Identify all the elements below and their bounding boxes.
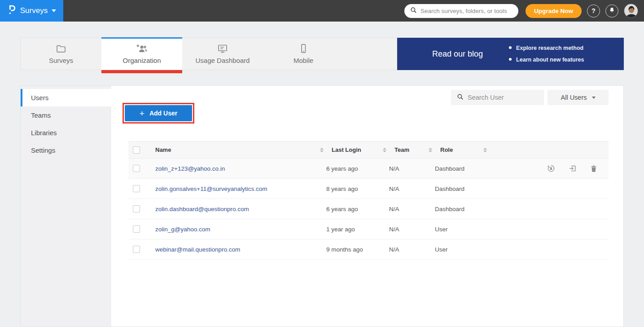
sort-icon[interactable] <box>383 148 386 152</box>
search-user-input[interactable] <box>468 94 552 101</box>
table-row: webinar@mail.questionpro.com 9 months ag… <box>128 239 609 260</box>
users-table-header: NameLast LoginTeamRole <box>128 141 609 159</box>
row-checkbox[interactable] <box>133 225 140 233</box>
login-as-user-icon[interactable] <box>568 164 577 173</box>
user-filter-dropdown[interactable]: All Users <box>548 90 609 105</box>
sidebar-item-users[interactable]: Users <box>21 89 111 106</box>
promo-bullet: Learn about new features <box>509 54 584 66</box>
column-label: Role <box>435 146 453 153</box>
user-name-cell: zolin_g@yahoo.com <box>150 226 326 233</box>
team-cell: N/A <box>389 226 435 233</box>
sidebar-item-settings[interactable]: Settings <box>21 141 111 159</box>
tab-usage-dashboard[interactable]: Usage Dashboard <box>182 38 263 70</box>
organization-panel: UsersTeamsLibrariesSettings All Users + <box>20 85 624 327</box>
row-checkbox-cell <box>128 185 150 192</box>
users-content: All Users + Add User NameLast LoginTeamR… <box>111 86 623 327</box>
user-email-link[interactable]: zolin_g@yahoo.com <box>155 226 210 233</box>
promo-title: Read our blog <box>432 49 483 59</box>
sidebar-item-teams[interactable]: Teams <box>21 106 111 124</box>
role-cell: Dashboard <box>435 206 490 212</box>
chevron-down-icon <box>592 97 596 99</box>
sort-icon[interactable] <box>483 148 487 152</box>
role-cell: User <box>435 226 490 233</box>
folder-icon <box>56 44 66 53</box>
column-header-role[interactable]: Role <box>435 146 490 153</box>
user-email-link[interactable]: zolin.gonsalves+11@surveyanalytics.com <box>155 186 267 192</box>
global-search-input[interactable] <box>421 8 513 14</box>
user-name-cell: zolin.gonsalves+11@surveyanalytics.com <box>150 186 326 192</box>
blog-promo-banner[interactable]: Read our blog Explore research methodLea… <box>397 38 624 70</box>
column-header-name[interactable]: Name <box>150 146 326 153</box>
notifications-button[interactable] <box>605 4 618 18</box>
tab-mobile[interactable]: Mobile <box>263 38 344 70</box>
tab-surveys[interactable]: Surveys <box>21 38 101 70</box>
table-row: zolin_g@yahoo.com 1 year ago N/A User <box>128 219 609 239</box>
add-user-button[interactable]: + Add User <box>125 105 192 121</box>
team-cell: N/A <box>389 206 435 212</box>
row-checkbox[interactable] <box>133 205 140 212</box>
select-all-checkbox[interactable] <box>133 146 140 154</box>
nav-strip: Surveys Organization Usage Dashboard Mob… <box>20 38 624 70</box>
column-header-team[interactable]: Team <box>389 146 435 153</box>
mobile-icon <box>298 44 308 53</box>
search-user-box[interactable] <box>451 90 544 105</box>
add-group-icon <box>136 44 148 53</box>
search-icon <box>457 93 464 102</box>
org-sidebar: UsersTeamsLibrariesSettings <box>21 86 111 327</box>
user-email-link[interactable]: zolin_z+123@yahoo.co.in <box>155 165 225 172</box>
role-cell: Dashboard <box>435 165 490 172</box>
sort-icon[interactable] <box>320 148 324 152</box>
row-checkbox[interactable] <box>133 165 140 172</box>
row-checkbox-cell <box>128 225 150 233</box>
user-filter-label: All Users <box>561 94 587 101</box>
users-table-body: zolin_z+123@yahoo.co.in 6 years ago N/A … <box>128 159 609 260</box>
row-checkbox-cell <box>128 246 150 253</box>
role-cell: User <box>435 246 490 253</box>
tab-label: Usage Dashboard <box>196 57 250 64</box>
upgrade-now-button[interactable]: Upgrade Now <box>526 4 582 18</box>
tab-label: Organization <box>123 57 161 64</box>
row-checkbox[interactable] <box>133 246 140 253</box>
annotation-highlight-box: + Add User <box>123 103 194 124</box>
row-actions <box>490 164 609 173</box>
table-row: zolin.gonsalves+11@surveyanalytics.com 8… <box>128 179 609 199</box>
search-icon <box>410 7 417 15</box>
column-label: Team <box>389 146 409 153</box>
select-all-cell <box>128 146 150 154</box>
row-checkbox[interactable] <box>133 185 140 192</box>
global-search[interactable] <box>404 4 518 18</box>
sidebar-item-libraries[interactable]: Libraries <box>21 124 111 141</box>
bell-icon <box>609 7 615 15</box>
dashboard-icon <box>217 44 228 53</box>
table-row: zolin_z+123@yahoo.co.in 6 years ago N/A … <box>128 159 609 179</box>
last-login-cell: 1 year ago <box>326 226 389 233</box>
user-email-link[interactable]: webinar@mail.questionpro.com <box>155 246 240 253</box>
active-tab-accent <box>101 37 182 39</box>
row-checkbox-cell <box>128 205 150 212</box>
users-table: NameLast LoginTeamRole zolin_z+123@yahoo… <box>128 141 609 260</box>
promo-bullet-list: Explore research methodLearn about new f… <box>509 42 584 66</box>
tab-label: Surveys <box>49 57 73 64</box>
team-cell: N/A <box>389 165 435 172</box>
team-cell: N/A <box>389 186 435 192</box>
add-user-label: Add User <box>149 110 177 117</box>
user-name-cell: webinar@mail.questionpro.com <box>150 246 326 253</box>
team-cell: N/A <box>389 246 435 253</box>
nav-tabs: Surveys Organization Usage Dashboard Mob… <box>20 38 397 70</box>
user-name-cell: zolin_z+123@yahoo.co.in <box>150 165 326 172</box>
help-button[interactable]: ? <box>587 4 600 18</box>
column-header-last-login[interactable]: Last Login <box>326 146 389 153</box>
chevron-down-icon <box>52 9 56 12</box>
questionpro-logo-icon <box>7 4 16 18</box>
tab-organization[interactable]: Organization <box>101 38 182 70</box>
sort-icon[interactable] <box>429 148 432 152</box>
last-login-cell: 6 years ago <box>326 165 389 172</box>
product-switcher[interactable]: Surveys <box>0 0 63 22</box>
plus-icon: + <box>140 109 145 118</box>
user-email-link[interactable]: zolin.dashboard@questionpro.com <box>155 206 249 212</box>
last-login-cell: 8 years ago <box>326 186 389 192</box>
user-name-cell: zolin.dashboard@questionpro.com <box>150 206 326 212</box>
reset-password-icon[interactable] <box>547 164 556 173</box>
delete-user-icon[interactable] <box>590 164 598 173</box>
user-avatar[interactable] <box>624 4 638 18</box>
